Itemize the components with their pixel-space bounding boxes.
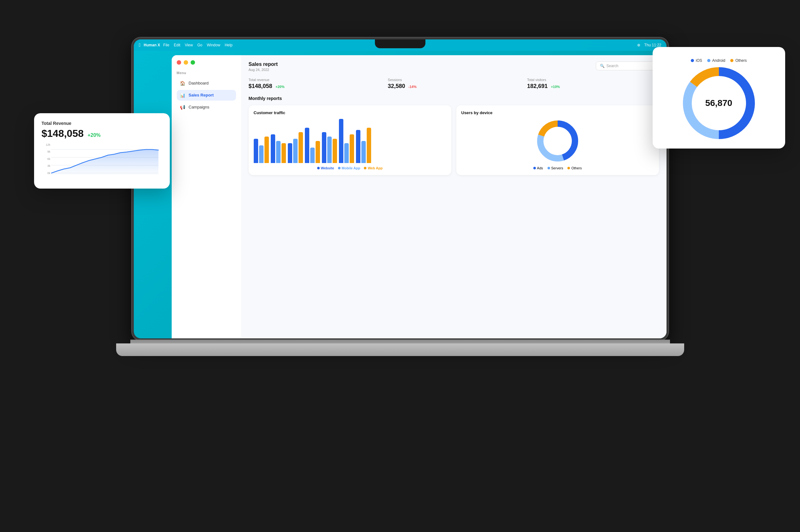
menu-go[interactable]: Go <box>197 43 202 47</box>
bar-group <box>356 128 371 163</box>
stat-visitors-label: Total visitors <box>527 78 659 82</box>
legend-website: Website <box>317 166 334 170</box>
bar-mobile <box>276 141 280 163</box>
menu-help[interactable]: Help <box>225 43 233 47</box>
y-label-12k: 12k <box>46 143 51 146</box>
legend-label-others: Others <box>571 166 582 170</box>
screen-bezel:  Human X File Edit View Go Window Help … <box>132 38 668 340</box>
legend-ads: Ads <box>533 166 543 170</box>
device-count: 56,870 <box>705 98 732 108</box>
device-donut-wrapper: 56,870 <box>661 65 776 141</box>
bar-webapp <box>265 136 269 163</box>
stat-visitors-value-row: 182,691 +10% <box>527 83 659 90</box>
sales-report-icon: 📊 <box>180 92 185 98</box>
app-window: Menu 🏠 Dashboard 📊 Sales Report 📢 Campai… <box>172 55 667 338</box>
search-icon: 🔍 <box>600 64 605 68</box>
users-donut-svg <box>535 119 580 163</box>
bar-mobile <box>293 139 297 163</box>
header-title-group: Sales report Aug 24, 2022 <box>249 61 278 72</box>
revenue-card-change: +20% <box>87 132 101 138</box>
stat-sessions-label: Sessions <box>388 78 520 82</box>
monthly-reports-title: Monthly reports <box>249 96 659 101</box>
legend-label-website: Website <box>321 166 334 170</box>
bar-website <box>339 119 343 163</box>
notch <box>375 39 425 48</box>
search-box[interactable]: 🔍 Search <box>596 61 659 70</box>
legend-dot-mobile <box>338 167 341 169</box>
sidebar-item-sales-report[interactable]: 📊 Sales Report <box>177 90 236 100</box>
menu-view[interactable]: View <box>185 43 193 47</box>
laptop:  Human X File Edit View Go Window Help … <box>132 38 668 384</box>
dashboard-icon: 🏠 <box>180 80 185 86</box>
bar-website <box>305 128 309 163</box>
legend-label-ads: Ads <box>537 166 543 170</box>
legend-label-servers: Servers <box>551 166 563 170</box>
legend-others: Others <box>567 166 582 170</box>
floating-revenue-card: Total Revenue $148,058 +20% 12k 9k 6k 3k… <box>34 113 170 189</box>
legend-webapp: Web App <box>364 166 382 170</box>
bar-group <box>288 132 303 163</box>
bar-mobile <box>361 141 366 163</box>
menu-file[interactable]: File <box>163 43 169 47</box>
stat-visitors-value: 182,691 <box>527 83 547 89</box>
android-label: Android <box>712 58 725 63</box>
bar-webapp <box>367 128 371 163</box>
apple-menu-icon[interactable]:  <box>139 42 141 48</box>
stat-visitors: Total visitors 182,691 +10% <box>527 78 659 90</box>
menu-window[interactable]: Window <box>207 43 220 47</box>
stat-sessions-value: 32,580 <box>388 83 405 89</box>
report-date: Aug 24, 2022 <box>249 68 278 72</box>
device-others-dot <box>730 59 733 62</box>
revenue-line-chart <box>51 143 168 179</box>
users-by-device-card: Users by device <box>456 105 659 175</box>
ios-dot <box>691 59 694 62</box>
bar-webapp <box>298 132 303 163</box>
window-controls <box>177 60 236 65</box>
users-by-device-title: Users by device <box>461 110 654 115</box>
stat-revenue-change: +20% <box>275 85 284 89</box>
sidebar-section-label: Menu <box>177 71 236 75</box>
bar-group <box>271 134 286 163</box>
device-center-value: 56,870 <box>705 98 732 108</box>
stat-total-revenue: Total revenue $148,058 +20% <box>249 78 380 90</box>
sidebar-sales-label: Sales Report <box>189 93 214 97</box>
minimize-button[interactable] <box>184 60 188 65</box>
bar-group <box>339 119 354 163</box>
legend-dot-website <box>317 167 320 169</box>
wifi-icon: ⊕ <box>637 43 640 47</box>
sidebar-item-campaigns[interactable]: 📢 Campaigns <box>177 102 236 113</box>
revenue-card-value-row: $148,058 +20% <box>42 128 162 139</box>
menu-items: File Edit View Go Window Help <box>163 43 232 47</box>
close-button[interactable] <box>177 60 181 65</box>
main-header: Sales report Aug 24, 2022 🔍 Search <box>249 61 659 72</box>
y-label-3k: 3k <box>47 164 51 168</box>
users-donut-container <box>461 119 654 163</box>
device-legend-ios: iOS <box>691 58 702 63</box>
customer-traffic-title: Customer traffic <box>254 110 446 115</box>
stat-revenue-value: $148,058 <box>249 83 272 89</box>
stat-sessions-value-row: 32,580 -14% <box>388 83 520 90</box>
main-content: Sales report Aug 24, 2022 🔍 Search Total… <box>241 55 667 338</box>
revenue-card-value: $148,058 <box>42 128 84 139</box>
menu-edit[interactable]: Edit <box>174 43 181 47</box>
bar-website <box>271 134 275 163</box>
legend-dot-others <box>567 167 570 169</box>
bar-webapp <box>350 134 354 163</box>
device-legend-others: Others <box>730 58 747 63</box>
legend-dot-ads <box>533 167 536 169</box>
sidebar-item-dashboard[interactable]: 🏠 Dashboard <box>177 78 236 89</box>
bar-group <box>322 132 337 163</box>
stat-revenue-label: Total revenue <box>249 78 380 82</box>
stat-sessions: Sessions 32,580 -14% <box>388 78 520 90</box>
bar-group <box>254 136 269 163</box>
maximize-button[interactable] <box>190 60 195 65</box>
bar-website <box>254 139 258 163</box>
device-others-label: Others <box>735 58 747 63</box>
y-label-9k: 9k <box>47 150 51 153</box>
stat-revenue-value-row: $148,058 +20% <box>249 83 380 90</box>
app-name: Human X <box>144 43 160 47</box>
customer-traffic-legend: Website Mobile App Web App <box>254 166 446 170</box>
y-label-6k: 6k <box>47 157 51 160</box>
bar-mobile <box>344 143 349 163</box>
search-placeholder: Search <box>606 64 619 68</box>
